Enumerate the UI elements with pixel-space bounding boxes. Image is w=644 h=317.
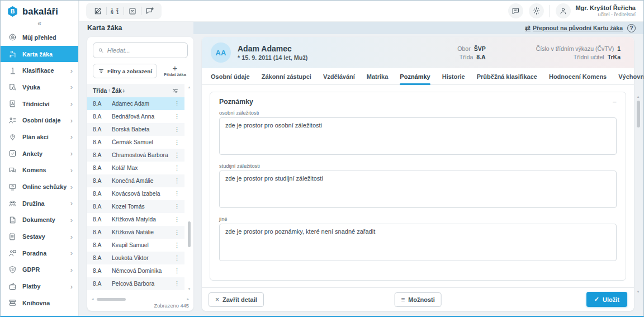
sidebar-item-label: Osobní údaje — [22, 117, 60, 124]
sidebar-item[interactable]: Dokumenty › — [1, 212, 78, 229]
student-class: 8.A — [93, 242, 112, 248]
detail-tab[interactable]: Průběžná klasifikace — [477, 68, 537, 84]
row-menu-icon[interactable]: ⋮ — [172, 190, 182, 197]
scroll-up-icon[interactable]: ▴ — [188, 85, 191, 89]
user-menu[interactable]: Mgr. Kryštof Řeřicha učitel - ředitelstv… — [556, 3, 636, 18]
detail-tab[interactable]: Historie — [442, 68, 465, 84]
student-row[interactable]: 8.A Bednářová Anna ⋮ — [87, 110, 184, 123]
detail-tab[interactable]: Zákonní zástupci — [262, 68, 311, 84]
options-button[interactable]: ≡ Možnosti — [394, 292, 442, 307]
detail-tab[interactable]: Hodnocení Komens — [549, 68, 607, 84]
sidebar-item[interactable]: Klasifikace › — [1, 62, 78, 79]
sidebar-item[interactable]: Můj přehled › — [1, 29, 78, 46]
student-row[interactable]: 8.A Němcová Dominika ⋮ — [87, 264, 184, 277]
switch-card-link[interactable]: ⇄ Přepnout na původní Kartu žáka — [525, 24, 623, 32]
sidebar-item-label: Dokumenty — [22, 216, 55, 223]
sidebar-item[interactable]: Výuka › — [1, 79, 78, 96]
row-menu-icon[interactable]: ⋮ — [172, 113, 182, 120]
row-menu-icon[interactable]: ⋮ — [172, 267, 182, 275]
absence-tool-icon[interactable] — [124, 3, 141, 19]
filters-button[interactable]: Filtry a zobrazení — [93, 64, 157, 78]
student-row[interactable]: 8.A Čermák Samuel ⋮ — [87, 136, 184, 149]
row-menu-icon[interactable]: ⋮ — [172, 100, 182, 107]
row-menu-icon[interactable]: ⋮ — [172, 216, 182, 223]
sidebar-collapse-icon[interactable]: « — [1, 19, 78, 29]
student-row[interactable]: 8.A Chramostová Barbora ⋮ — [87, 149, 184, 162]
detail-tab[interactable]: Poznámky — [400, 68, 430, 84]
sidebar-item[interactable]: Sestavy › — [1, 228, 78, 245]
action-plan-icon — [8, 133, 17, 141]
sort-both-icon: ▴▾ — [123, 88, 125, 93]
student-row[interactable]: 8.A Adamec Adam ⋮ — [87, 97, 184, 110]
row-menu-icon[interactable]: ⋮ — [172, 229, 182, 236]
row-menu-icon[interactable]: ⋮ — [172, 152, 182, 159]
brand-logo[interactable]: B bakaláři — [1, 1, 78, 19]
student-row[interactable]: 8.A Borská Babeta ⋮ — [87, 123, 184, 136]
scrollbar-thumb[interactable] — [188, 221, 191, 247]
note-field-textarea[interactable]: zde je prostor pro poznámky, které není … — [219, 224, 617, 261]
detail-tab[interactable]: Osobní údaje — [211, 68, 250, 84]
row-menu-icon[interactable]: ⋮ — [172, 126, 182, 133]
sidebar-item[interactable]: Ankety › — [1, 145, 78, 162]
student-row[interactable]: 8.A Křížková Natálie ⋮ — [87, 226, 184, 239]
detail-tab[interactable]: Výchovná opatření — [618, 68, 644, 84]
grades-tool-icon[interactable]: 1 2N 1 — [107, 3, 124, 19]
plus-icon: + — [173, 65, 178, 71]
student-row[interactable]: 8.A Loukota Viktor ⋮ — [87, 252, 184, 264]
message-add-tool-icon[interactable] — [141, 3, 158, 19]
sidebar-item[interactable]: Knihovna › — [1, 295, 78, 311]
save-button[interactable]: ✓ Uložit — [586, 292, 627, 307]
student-row[interactable]: 8.A Pelcová Barbora ⋮ — [87, 277, 184, 290]
sidebar-item[interactable]: Karta žáka › — [1, 46, 78, 63]
sidebar-item[interactable]: Družina › — [1, 195, 78, 212]
sidebar-item[interactable]: Komens › — [1, 162, 78, 179]
row-menu-icon[interactable]: ⋮ — [172, 280, 182, 287]
scroll-left-icon[interactable]: ◂ — [92, 297, 94, 301]
column-header-class[interactable]: Třída ↑ — [93, 88, 112, 94]
sidebar-item[interactable]: Plán akcí › — [1, 129, 78, 145]
column-settings-icon[interactable] — [172, 87, 179, 94]
column-header-student[interactable]: Žák ▴▾ — [112, 88, 125, 94]
note-field-textarea[interactable]: zde je prostor pro studijní záležitosti — [219, 171, 617, 208]
sidebar-item[interactable]: GDPR › — [1, 262, 78, 278]
row-menu-icon[interactable]: ⋮ — [172, 177, 182, 184]
student-class: 8.A — [93, 216, 112, 223]
gear-icon[interactable] — [529, 3, 544, 18]
note-field-label: studijní záležitosti — [219, 163, 617, 169]
row-menu-icon[interactable]: ⋮ — [172, 242, 182, 249]
row-menu-icon[interactable]: ⋮ — [172, 139, 182, 146]
row-menu-icon[interactable]: ⋮ — [172, 203, 182, 210]
student-row[interactable]: 8.A Kvapil Samuel ⋮ — [87, 239, 184, 252]
sidebar-item[interactable]: Platby › — [1, 278, 78, 295]
scroll-up-icon[interactable]: ▴ — [637, 94, 640, 99]
scroll-down-icon[interactable]: ▾ — [188, 287, 191, 291]
scrollbar-thumb[interactable] — [97, 298, 126, 301]
collapse-minus-icon[interactable]: − — [612, 98, 617, 106]
scroll-down-icon[interactable]: ▾ — [637, 290, 640, 294]
sidebar-item[interactable]: Poradna › — [1, 245, 78, 262]
detail-tab[interactable]: Vzdělávání — [323, 68, 355, 84]
edit-tool-icon[interactable] — [89, 3, 106, 19]
help-icon[interactable]: ? — [627, 24, 636, 32]
add-student-button[interactable]: + Přidat žáka — [162, 65, 188, 77]
gdpr-shield-icon — [8, 265, 17, 274]
options-menu-icon: ≡ — [401, 296, 405, 303]
student-row[interactable]: 8.A Konečná Amálie ⋮ — [87, 174, 184, 187]
student-row[interactable]: 8.A Kozel Tomás ⋮ — [87, 200, 184, 213]
row-menu-icon[interactable]: ⋮ — [172, 164, 182, 172]
sidebar-item[interactable]: Osobní údaje › — [1, 112, 78, 129]
scroll-right-icon[interactable]: ▸ — [187, 297, 189, 301]
scrollbar-thumb[interactable] — [637, 101, 640, 127]
sidebar-item-label: Poradna — [22, 250, 46, 257]
chat-bubble-icon[interactable] — [508, 3, 523, 18]
student-row[interactable]: 8.A Kolář Max ⋮ — [87, 162, 184, 174]
detail-tab[interactable]: Matrika — [367, 68, 389, 84]
close-detail-button[interactable]: × Zavřít detail — [209, 292, 264, 307]
sidebar-item[interactable]: Třídnictví › — [1, 96, 78, 112]
search-input[interactable] — [107, 47, 183, 54]
note-field-textarea[interactable]: zde je prostor pro osobní záležitosti — [219, 117, 617, 155]
row-menu-icon[interactable]: ⋮ — [172, 254, 182, 262]
student-row[interactable]: 8.A Kovácsová Izabela ⋮ — [87, 187, 184, 200]
sidebar-item[interactable]: Online schůzky › — [1, 178, 78, 195]
student-row[interactable]: 8.A Křížková Matylda ⋮ — [87, 213, 184, 226]
